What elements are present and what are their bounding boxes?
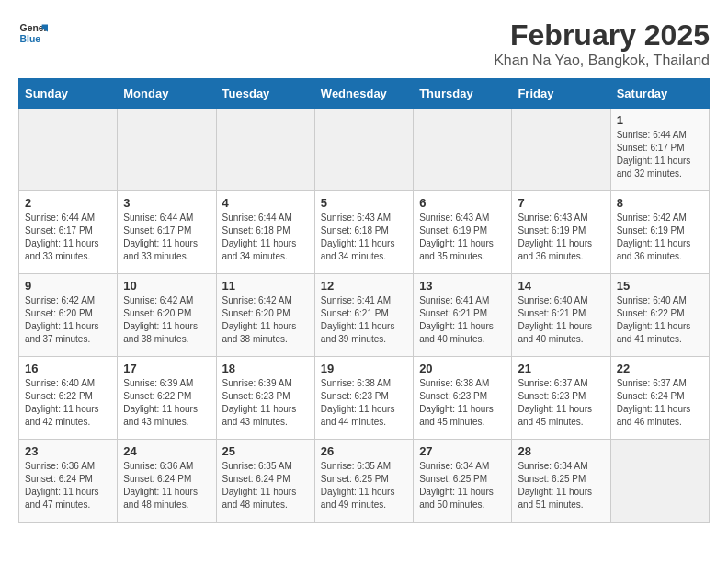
day-info: Sunrise: 6:41 AM Sunset: 6:21 PM Dayligh… (419, 294, 506, 346)
calendar-cell: 10Sunrise: 6:42 AM Sunset: 6:20 PM Dayli… (118, 274, 216, 357)
day-number: 26 (321, 444, 407, 458)
day-info: Sunrise: 6:40 AM Sunset: 6:22 PM Dayligh… (25, 377, 111, 429)
day-info: Sunrise: 6:44 AM Sunset: 6:17 PM Dayligh… (25, 212, 111, 263)
calendar-cell: 21Sunrise: 6:37 AM Sunset: 6:23 PM Dayli… (512, 357, 610, 440)
logo-icon: General Blue (18, 18, 48, 48)
calendar-week-row: 2Sunrise: 6:44 AM Sunset: 6:17 PM Daylig… (19, 191, 710, 274)
calendar-cell: 24Sunrise: 6:36 AM Sunset: 6:24 PM Dayli… (118, 440, 216, 523)
calendar-cell: 19Sunrise: 6:38 AM Sunset: 6:23 PM Dayli… (314, 357, 413, 440)
day-number: 1 (617, 113, 703, 127)
calendar-cell (314, 109, 413, 191)
day-number: 16 (25, 362, 111, 375)
day-number: 15 (617, 279, 703, 293)
day-info: Sunrise: 6:40 AM Sunset: 6:21 PM Dayligh… (518, 294, 604, 346)
calendar-cell: 9Sunrise: 6:42 AM Sunset: 6:20 PM Daylig… (19, 274, 118, 357)
calendar-week-row: 16Sunrise: 6:40 AM Sunset: 6:22 PM Dayli… (19, 357, 710, 440)
calendar-cell: 15Sunrise: 6:40 AM Sunset: 6:22 PM Dayli… (610, 274, 709, 357)
calendar-cell: 17Sunrise: 6:39 AM Sunset: 6:22 PM Dayli… (118, 357, 216, 440)
header-wednesday: Wednesday (314, 79, 413, 109)
page-title: February 2025 (494, 18, 710, 52)
day-info: Sunrise: 6:35 AM Sunset: 6:25 PM Dayligh… (321, 460, 407, 511)
calendar-cell: 25Sunrise: 6:35 AM Sunset: 6:24 PM Dayli… (216, 440, 314, 523)
header-tuesday: Tuesday (216, 79, 314, 109)
calendar-cell: 16Sunrise: 6:40 AM Sunset: 6:22 PM Dayli… (19, 357, 118, 440)
day-number: 27 (419, 444, 506, 458)
day-info: Sunrise: 6:43 AM Sunset: 6:19 PM Dayligh… (419, 212, 506, 263)
calendar-week-row: 23Sunrise: 6:36 AM Sunset: 6:24 PM Dayli… (19, 440, 710, 523)
calendar-cell: 2Sunrise: 6:44 AM Sunset: 6:17 PM Daylig… (19, 191, 118, 274)
calendar-cell: 26Sunrise: 6:35 AM Sunset: 6:25 PM Dayli… (314, 440, 413, 523)
header-friday: Friday (512, 79, 610, 109)
header-monday: Monday (118, 79, 216, 109)
day-number: 17 (123, 362, 210, 375)
day-number: 10 (123, 279, 210, 293)
day-info: Sunrise: 6:42 AM Sunset: 6:20 PM Dayligh… (25, 294, 111, 346)
calendar-cell (610, 440, 709, 523)
header: General Blue February 2025 Khan Na Yao, … (18, 18, 710, 69)
calendar-table: SundayMondayTuesdayWednesdayThursdayFrid… (18, 78, 710, 523)
day-info: Sunrise: 6:37 AM Sunset: 6:23 PM Dayligh… (518, 377, 604, 429)
calendar-cell: 27Sunrise: 6:34 AM Sunset: 6:25 PM Dayli… (414, 440, 512, 523)
page-subtitle: Khan Na Yao, Bangkok, Thailand (494, 52, 710, 69)
day-info: Sunrise: 6:43 AM Sunset: 6:18 PM Dayligh… (321, 212, 407, 263)
calendar-cell: 12Sunrise: 6:41 AM Sunset: 6:21 PM Dayli… (314, 274, 413, 357)
day-info: Sunrise: 6:42 AM Sunset: 6:20 PM Dayligh… (222, 294, 309, 346)
day-info: Sunrise: 6:36 AM Sunset: 6:24 PM Dayligh… (25, 460, 111, 511)
day-number: 22 (617, 362, 703, 375)
calendar-cell: 4Sunrise: 6:44 AM Sunset: 6:18 PM Daylig… (216, 191, 314, 274)
day-info: Sunrise: 6:39 AM Sunset: 6:23 PM Dayligh… (222, 377, 309, 429)
header-sunday: Sunday (19, 79, 118, 109)
calendar-cell: 13Sunrise: 6:41 AM Sunset: 6:21 PM Dayli… (414, 274, 512, 357)
day-number: 28 (518, 444, 604, 458)
calendar-cell: 8Sunrise: 6:42 AM Sunset: 6:19 PM Daylig… (610, 191, 709, 274)
calendar-cell (414, 109, 512, 191)
day-number: 12 (321, 279, 407, 293)
calendar-cell: 22Sunrise: 6:37 AM Sunset: 6:24 PM Dayli… (610, 357, 709, 440)
calendar-cell (118, 109, 216, 191)
calendar-week-row: 9Sunrise: 6:42 AM Sunset: 6:20 PM Daylig… (19, 274, 710, 357)
day-number: 6 (419, 196, 506, 210)
day-number: 20 (419, 362, 506, 375)
calendar-cell (512, 109, 610, 191)
day-number: 18 (222, 362, 309, 375)
title-section: February 2025 Khan Na Yao, Bangkok, Thai… (494, 18, 710, 69)
day-info: Sunrise: 6:40 AM Sunset: 6:22 PM Dayligh… (617, 294, 703, 346)
calendar-cell (216, 109, 314, 191)
day-number: 13 (419, 279, 506, 293)
calendar-cell: 3Sunrise: 6:44 AM Sunset: 6:17 PM Daylig… (118, 191, 216, 274)
header-thursday: Thursday (414, 79, 512, 109)
day-info: Sunrise: 6:43 AM Sunset: 6:19 PM Dayligh… (518, 212, 604, 263)
day-info: Sunrise: 6:37 AM Sunset: 6:24 PM Dayligh… (617, 377, 703, 429)
day-info: Sunrise: 6:35 AM Sunset: 6:24 PM Dayligh… (222, 460, 309, 511)
calendar-header-row: SundayMondayTuesdayWednesdayThursdayFrid… (19, 79, 710, 109)
day-info: Sunrise: 6:42 AM Sunset: 6:19 PM Dayligh… (617, 212, 703, 263)
day-number: 3 (123, 196, 210, 210)
day-number: 24 (123, 444, 210, 458)
day-info: Sunrise: 6:38 AM Sunset: 6:23 PM Dayligh… (419, 377, 506, 429)
calendar-cell: 18Sunrise: 6:39 AM Sunset: 6:23 PM Dayli… (216, 357, 314, 440)
calendar-week-row: 1Sunrise: 6:44 AM Sunset: 6:17 PM Daylig… (19, 109, 710, 191)
day-number: 23 (25, 444, 111, 458)
calendar-cell: 23Sunrise: 6:36 AM Sunset: 6:24 PM Dayli… (19, 440, 118, 523)
day-number: 8 (617, 196, 703, 210)
day-number: 25 (222, 444, 309, 458)
day-number: 7 (518, 196, 604, 210)
calendar-cell: 6Sunrise: 6:43 AM Sunset: 6:19 PM Daylig… (414, 191, 512, 274)
calendar-cell: 7Sunrise: 6:43 AM Sunset: 6:19 PM Daylig… (512, 191, 610, 274)
day-info: Sunrise: 6:44 AM Sunset: 6:17 PM Dayligh… (123, 212, 210, 263)
day-info: Sunrise: 6:44 AM Sunset: 6:18 PM Dayligh… (222, 212, 309, 263)
day-number: 14 (518, 279, 604, 293)
day-info: Sunrise: 6:39 AM Sunset: 6:22 PM Dayligh… (123, 377, 210, 429)
day-info: Sunrise: 6:34 AM Sunset: 6:25 PM Dayligh… (419, 460, 506, 511)
day-number: 9 (25, 279, 111, 293)
day-info: Sunrise: 6:34 AM Sunset: 6:25 PM Dayligh… (518, 460, 604, 511)
calendar-cell: 1Sunrise: 6:44 AM Sunset: 6:17 PM Daylig… (610, 109, 709, 191)
day-number: 19 (321, 362, 407, 375)
day-info: Sunrise: 6:38 AM Sunset: 6:23 PM Dayligh… (321, 377, 407, 429)
calendar-cell: 20Sunrise: 6:38 AM Sunset: 6:23 PM Dayli… (414, 357, 512, 440)
day-info: Sunrise: 6:44 AM Sunset: 6:17 PM Dayligh… (617, 129, 703, 180)
day-info: Sunrise: 6:42 AM Sunset: 6:20 PM Dayligh… (123, 294, 210, 346)
day-number: 5 (321, 196, 407, 210)
svg-text:Blue: Blue (20, 34, 41, 44)
day-info: Sunrise: 6:41 AM Sunset: 6:21 PM Dayligh… (321, 294, 407, 346)
